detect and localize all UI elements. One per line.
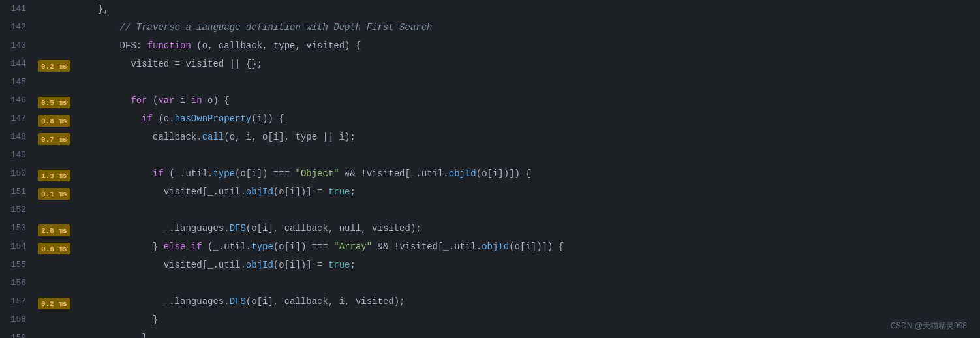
line-number: 144 [0, 55, 26, 73]
timing-badge: 0.5 ms [38, 97, 70, 108]
line-number: 153 [0, 219, 26, 238]
code-token [98, 91, 130, 110]
code-token: else [164, 238, 186, 256]
code-token: (_.util. [164, 164, 213, 183]
code-line: }, [98, 0, 980, 18]
code-token: objId [246, 183, 273, 201]
code-token: } [98, 238, 164, 256]
code-token: true [328, 256, 350, 274]
timing-cell [38, 73, 85, 91]
code-token [98, 110, 142, 128]
code-token: (o[i])]) { [476, 164, 531, 183]
timing-badge: 0.2 ms [38, 298, 70, 309]
code-token: callback. [98, 128, 202, 146]
line-number: 157 [0, 292, 26, 311]
code-token: } [98, 311, 158, 329]
code-token: // Traverse a language definition with D… [98, 18, 432, 37]
code-token: (_.util. [202, 238, 252, 256]
code-token: (i)) { [251, 110, 284, 128]
code-token: (o, callback, type, visited) { [191, 37, 361, 55]
code-token: if [142, 110, 153, 128]
code-token: } [98, 329, 147, 338]
code-line: _.languages.DFS(o[i], callback, i, visit… [98, 292, 980, 311]
code-token: visited[_.util. [98, 183, 246, 201]
code-token: visited = visited || {}; [98, 55, 262, 73]
code-token: var [158, 91, 174, 110]
code-line: visited = visited || {}; [98, 55, 980, 73]
code-token: ( [147, 91, 159, 110]
code-line [98, 146, 980, 164]
code-token: o) { [202, 91, 230, 110]
code-line [98, 274, 980, 292]
timing-cell: 0.8 ms [38, 110, 85, 128]
code-token: ; [350, 183, 355, 201]
timing-badge: 0.7 ms [38, 133, 70, 145]
code-token: (o[i], callback, null, visited); [246, 219, 421, 238]
code-token: && !visited[_.util. [372, 238, 482, 256]
code-token: objId [246, 256, 273, 274]
timing-cell [38, 0, 85, 18]
code-token: i [175, 91, 191, 110]
line-number: 150 [0, 164, 26, 183]
line-number: 145 [0, 73, 26, 91]
line-number: 154 [0, 238, 26, 256]
timing-cell [38, 311, 85, 329]
line-number: 142 [0, 18, 26, 37]
code-token: (o, i, o[i], type || i); [224, 128, 356, 146]
watermark: CSDN @天猫精灵998 [890, 316, 967, 335]
timing-cell [38, 201, 85, 219]
code-token: if [191, 238, 202, 256]
code-token: DFS [230, 219, 246, 238]
line-number: 149 [0, 146, 26, 164]
code-token: true [328, 183, 350, 201]
timing-cell: 0.2 ms [38, 55, 85, 73]
timing-cell: 0.5 ms [38, 91, 85, 110]
code-line: DFS: function (o, callback, type, visite… [98, 37, 980, 55]
timings-column: 0.2 ms0.5 ms0.8 ms0.7 ms1.3 ms0.1 ms2.8 … [33, 0, 85, 338]
code-token: (o[i])] = [273, 183, 328, 201]
code-line: // Traverse a language definition with D… [98, 18, 980, 37]
code-token: visited[_.util. [98, 256, 246, 274]
line-number: 155 [0, 256, 26, 274]
timing-badge: 0.1 ms [38, 188, 70, 200]
timing-badge: 0.6 ms [38, 243, 70, 254]
timing-badge: 0.8 ms [38, 115, 70, 127]
timing-cell: 0.1 ms [38, 183, 85, 201]
code-line: if (_.util.type(o[i]) === "Object" && !v… [98, 164, 980, 183]
code-token: (o[i]) === [235, 164, 295, 183]
code-line [98, 201, 980, 219]
code-token: for [130, 91, 147, 110]
timing-cell [38, 37, 85, 55]
code-token: _.languages. [98, 292, 230, 311]
timing-cell [38, 146, 85, 164]
code-token: (o[i])] = [273, 256, 328, 274]
timing-cell: 0.6 ms [38, 238, 85, 256]
line-number: 147 [0, 110, 26, 128]
code-token: (o[i])]) { [509, 238, 564, 256]
line-number: 146 [0, 91, 26, 110]
code-token: type [251, 238, 273, 256]
timing-cell [38, 274, 85, 292]
code-line: visited[_.util.objId(o[i])] = true; [98, 183, 980, 201]
code-line: } [98, 329, 980, 338]
timing-cell: 0.7 ms [38, 128, 85, 146]
code-token: (o. [153, 110, 175, 128]
code-token: call [202, 128, 224, 146]
code-token: DFS: [98, 37, 147, 55]
code-editor: 1411421431441451461471481491501511521531… [0, 0, 980, 338]
timing-cell [38, 329, 85, 338]
line-number: 143 [0, 37, 26, 55]
code-token: objId [449, 164, 476, 183]
line-number: 159 [0, 329, 26, 338]
timing-badge: 2.8 ms [38, 224, 70, 236]
code-line: callback.call(o, i, o[i], type || i); [98, 128, 980, 146]
code-token [98, 164, 153, 183]
code-token: ; [350, 256, 355, 274]
line-number: 158 [0, 311, 26, 329]
code-token: objId [482, 238, 509, 256]
timing-cell [38, 256, 85, 274]
timing-badge: 1.3 ms [38, 170, 70, 181]
code-line [98, 73, 980, 91]
code-area: }, // Traverse a language definition wit… [85, 0, 980, 338]
code-token: function [147, 37, 191, 55]
